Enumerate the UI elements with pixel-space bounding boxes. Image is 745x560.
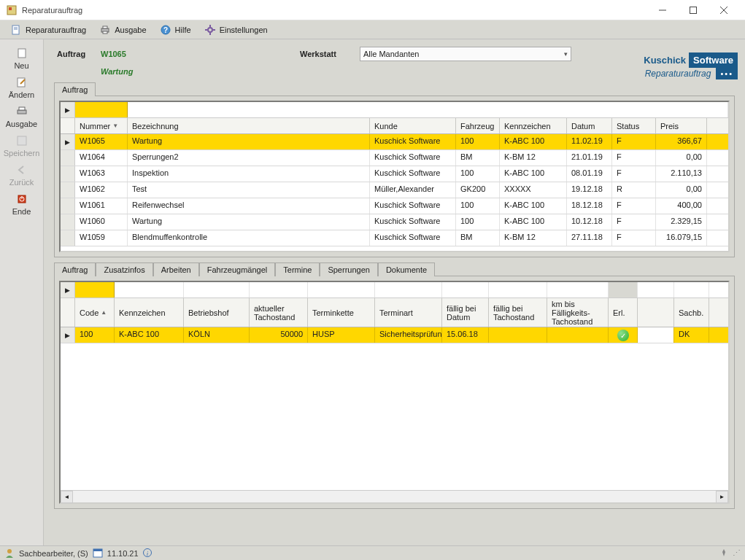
menu-ausgabe[interactable]: Ausgabe xyxy=(93,22,152,38)
row-handle[interactable] xyxy=(61,182,75,198)
back-icon xyxy=(15,163,28,176)
row-handle[interactable] xyxy=(61,198,75,214)
table-row[interactable]: W1062TestMüller,AlexanderGK200XXXXX19.12… xyxy=(61,182,728,198)
sort-desc-icon: ▼ xyxy=(112,122,118,129)
col-code[interactable]: Code▲ xyxy=(75,298,115,327)
upper-grid-body[interactable]: ▶W1065WartungKuschick Software100K-ABC 1… xyxy=(61,134,728,249)
check-ok-icon: ✓ xyxy=(617,330,629,341)
main-area: Auftrag W1065 Werkstatt Alle Mandanten ▾… xyxy=(44,39,745,545)
col-terminkette[interactable]: Terminkette xyxy=(308,298,375,327)
menu-reparaturauftrag[interactable]: Reparaturauftrag xyxy=(4,22,92,38)
table-row[interactable]: ▶100K-ABC 100KÖLN50000HUSPSicherheitsprü… xyxy=(61,327,728,343)
lower-grid: ▶ Code▲ Kennzeichen xyxy=(59,281,730,504)
upper-filter-row[interactable]: ▶ xyxy=(61,102,728,118)
tab-zusatzinfos[interactable]: Zusatzinfos xyxy=(96,262,153,276)
svg-rect-23 xyxy=(19,107,25,110)
sidebar-speichern: Speichern xyxy=(3,131,41,160)
new-icon xyxy=(15,47,28,60)
tab-arbeiten[interactable]: Arbeiten xyxy=(153,262,199,276)
scroll-right-icon[interactable]: ► xyxy=(716,491,728,503)
table-row[interactable]: W1060WartungKuschick Software100K-ABC 10… xyxy=(61,214,728,230)
sidebar-aendern[interactable]: Ändern xyxy=(3,73,41,102)
row-handle[interactable] xyxy=(61,214,75,230)
sidebar-ausgabe[interactable]: Ausgabe xyxy=(3,102,41,131)
printer-icon xyxy=(99,24,111,36)
table-row[interactable]: ▶W1065WartungKuschick Software100K-ABC 1… xyxy=(61,134,728,150)
app-icon xyxy=(6,4,18,16)
filter-handle[interactable]: ▶ xyxy=(61,282,75,298)
col-faellig-datum[interactable]: fällig bei Datum xyxy=(442,298,489,327)
resize-grip-icon[interactable]: ⋰ xyxy=(733,548,741,558)
col-terminart[interactable]: Terminart xyxy=(375,298,442,327)
lower-grid-header: Code▲ Kennzeichen Betriebshof aktueller … xyxy=(61,298,728,327)
document-icon xyxy=(10,24,22,36)
row-handle[interactable] xyxy=(61,230,75,246)
row-handle[interactable] xyxy=(61,150,75,166)
row-handle[interactable]: ▶ xyxy=(61,327,75,343)
upper-grid: ▶ Nummer▼ Bezeichnung Kunde Fahrzeug Ken… xyxy=(59,101,730,252)
col-faellig-tacho[interactable]: fällig bei Tachostand xyxy=(489,298,547,327)
tab-auftrag[interactable]: Auftrag xyxy=(54,82,96,96)
menu-hilfe[interactable]: ? Hilfe xyxy=(154,22,197,38)
svg-point-14 xyxy=(208,28,212,32)
auftrag-label: Auftrag xyxy=(57,50,101,58)
svg-rect-24 xyxy=(18,136,26,145)
table-row[interactable]: W1064Sperrungen2Kuschick SoftwareBMK-BM … xyxy=(61,150,728,166)
col-kunde[interactable]: Kunde xyxy=(370,118,456,133)
auftrag-subtitle: Wartung xyxy=(57,64,745,76)
col-fahrzeug[interactable]: Fahrzeug xyxy=(456,118,500,133)
table-row[interactable]: W1063InspektionKuschick Software100K-ABC… xyxy=(61,166,728,182)
svg-rect-3 xyxy=(690,7,697,13)
close-button[interactable] xyxy=(709,1,739,20)
sidebar-ende[interactable]: Ende xyxy=(3,190,41,219)
auftrag-value: W1065 xyxy=(101,50,126,58)
tab-sperrungen[interactable]: Sperrungen xyxy=(320,262,378,276)
row-handle[interactable]: ▶ xyxy=(61,134,75,149)
col-kennzeichen2[interactable]: Kennzeichen xyxy=(115,298,184,327)
window-title: Reparaturauftrag xyxy=(22,6,647,15)
svg-rect-6 xyxy=(12,26,19,34)
col-datum[interactable]: Datum xyxy=(567,118,612,133)
col-nummer[interactable]: Nummer▼ xyxy=(75,118,128,133)
lower-hscroll[interactable]: ◄ ► xyxy=(61,490,728,502)
menu-einstellungen[interactable]: Einstellungen xyxy=(198,22,274,38)
sidebar-neu[interactable]: Neu xyxy=(3,44,41,73)
tab-fahrzeugmaengel[interactable]: Fahrzeugmängel xyxy=(199,262,276,276)
upper-grid-header: Nummer▼ Bezeichnung Kunde Fahrzeug Kennz… xyxy=(61,118,728,134)
scroll-left-icon[interactable]: ◄ xyxy=(61,491,73,503)
sort-asc-icon: ▲ xyxy=(101,309,107,316)
col-sachb[interactable]: Sachb. xyxy=(674,298,709,327)
col-status[interactable]: Status xyxy=(612,118,656,133)
col-kennzeichen[interactable]: Kennzeichen xyxy=(500,118,567,133)
tab-termine[interactable]: Termine xyxy=(275,262,320,276)
werkstatt-select[interactable]: Alle Mandanten ▾ xyxy=(360,47,571,61)
svg-rect-22 xyxy=(18,110,26,114)
lower-filter-row[interactable]: ▶ xyxy=(61,282,728,298)
save-icon xyxy=(15,134,28,147)
maximize-button[interactable] xyxy=(678,1,709,20)
werkstatt-label: Werkstatt xyxy=(300,50,351,58)
col-bezeichnung[interactable]: Bezeichnung xyxy=(128,118,370,133)
col-betriebshof[interactable]: Betriebshof xyxy=(184,298,250,327)
table-row[interactable]: W1059BlendmuffenkontrolleKuschick Softwa… xyxy=(61,230,728,246)
col-erl[interactable]: Erl. xyxy=(609,298,638,327)
printer-icon xyxy=(15,105,28,118)
status-user: Sachbearbeiter, (S) xyxy=(19,549,88,558)
col-akt-tacho[interactable]: aktueller Tachostand xyxy=(250,298,308,327)
minimize-button[interactable] xyxy=(647,1,678,20)
info-icon[interactable]: i xyxy=(143,548,152,559)
tab-auftrag-lower[interactable]: Auftrag xyxy=(54,262,96,276)
svg-point-28 xyxy=(7,549,12,553)
filter-handle[interactable]: ▶ xyxy=(61,102,75,117)
row-handle[interactable] xyxy=(61,166,75,182)
col-km-bis[interactable]: km bis Fälligkeits-Tachostand xyxy=(547,298,609,327)
calendar-icon xyxy=(93,548,103,559)
lower-grid-body[interactable]: ▶100K-ABC 100KÖLN50000HUSPSicherheitsprü… xyxy=(61,327,728,490)
table-row[interactable]: W1061ReifenwechselKuschick Software100K-… xyxy=(61,198,728,214)
filter-nummer[interactable] xyxy=(75,102,128,117)
svg-rect-30 xyxy=(93,549,102,551)
pin-icon[interactable] xyxy=(719,548,728,559)
col-preis[interactable]: Preis xyxy=(656,118,707,133)
tab-dokumente[interactable]: Dokumente xyxy=(378,262,435,276)
svg-rect-19 xyxy=(18,49,26,58)
